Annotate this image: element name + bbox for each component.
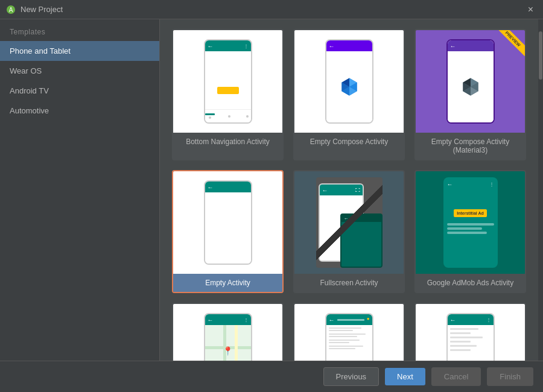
dots-icon: ⋮	[244, 43, 249, 49]
list-body	[326, 325, 372, 361]
settings-header: ← ⋮	[448, 314, 494, 325]
admob-dots-icon: ⋮	[489, 182, 494, 187]
next-button[interactable]: Next	[385, 368, 425, 385]
cancel-button[interactable]: Cancel	[431, 367, 481, 386]
back-arrow-icon: ←	[208, 43, 214, 49]
compose-mockup: ←	[325, 39, 373, 124]
list-row-4	[329, 346, 370, 349]
settings-line-5	[450, 345, 477, 347]
template-card-empty-activity[interactable]: ← Empty Activity	[172, 170, 284, 293]
settings-line-6	[450, 349, 471, 351]
content-area: Templates Phone and Tablet Wear OS Andro…	[0, 19, 543, 361]
fullscreen-mockup: ← ⛶ ←	[316, 177, 383, 268]
new-project-window: A New Project × Templates Phone and Tabl…	[0, 0, 543, 392]
compose-body	[326, 51, 372, 122]
compose-m3-header: ←	[448, 40, 494, 51]
compose-logo	[338, 76, 360, 98]
finish-button[interactable]: Finish	[487, 367, 533, 386]
footer: Previous Next Cancel Finish	[0, 361, 543, 392]
template-card-fullscreen[interactable]: ← ⛶ ←	[293, 170, 405, 293]
admob-header-row: ← ⋮	[447, 181, 494, 188]
settings-body	[448, 325, 494, 361]
settings-back-icon: ←	[450, 317, 456, 323]
nav-item-2	[226, 113, 233, 119]
template-card-empty-compose-m3[interactable]: PREVIEW ←	[414, 29, 526, 160]
template-preview-fullscreen: ← ⛶ ←	[294, 171, 404, 274]
list-line-1a	[329, 327, 361, 329]
preview-badge: PREVIEW	[494, 30, 525, 62]
template-card-maps[interactable]: ← ⋮ 📍	[172, 303, 284, 361]
settings-mockup: ← ⋮	[446, 313, 495, 361]
settings-line-3	[450, 337, 483, 338]
admob-line-2	[447, 227, 483, 230]
sidebar-section-label: Templates	[0, 24, 159, 41]
list-row-2	[329, 334, 370, 337]
list-lines-3	[329, 340, 370, 343]
list-header: ← ●	[326, 314, 372, 325]
settings-line-4	[450, 341, 471, 343]
scrollbar-track[interactable]	[538, 19, 543, 361]
template-preview-empty-compose-m3: PREVIEW ←	[416, 30, 525, 133]
nav-dot	[209, 116, 211, 119]
template-preview-bottom-nav: ← ⋮	[173, 30, 282, 133]
list-line-4b	[329, 348, 355, 349]
sidebar-item-android-tv[interactable]: Android TV	[0, 81, 159, 101]
list-line-2a	[329, 334, 366, 335]
sidebar-item-phone-tablet[interactable]: Phone and Tablet	[0, 41, 159, 61]
list-line-2b	[329, 336, 358, 337]
list-lines-1	[329, 327, 370, 331]
template-label-admob: Google AdMob Ads Activity	[416, 274, 525, 292]
admob-line-3	[447, 232, 487, 234]
nav-item-1	[205, 113, 215, 119]
map-dots-icon: ⋮	[244, 317, 249, 323]
map-pin-icon: 📍	[223, 346, 233, 356]
scrollbar-thumb[interactable]	[539, 31, 542, 80]
nav-dot-2	[228, 115, 230, 118]
compose-mockup-m3: ←	[446, 39, 495, 124]
template-preview-empty-compose: ←	[294, 30, 404, 133]
admob-back-icon: ←	[447, 181, 453, 188]
list-fab-indicator: ●	[367, 316, 370, 321]
title-bar: A New Project ×	[0, 0, 543, 19]
previous-button[interactable]: Previous	[323, 367, 379, 386]
settings-line-1	[450, 328, 479, 330]
admob-line-1	[447, 223, 494, 226]
bottom-nav-bar	[205, 109, 251, 122]
list-mockup: ← ●	[325, 313, 373, 361]
compose-m3-body	[448, 51, 494, 122]
template-label-fullscreen: Fullscreen Activity	[294, 274, 404, 292]
svg-text:A: A	[9, 7, 13, 13]
template-card-admob[interactable]: ← ⋮ Interstitial Ad	[414, 170, 526, 293]
android-icon: A	[6, 5, 16, 14]
template-preview-scrolling: ← ●	[294, 304, 404, 361]
nav-indicator	[205, 113, 215, 115]
close-button[interactable]: ×	[524, 3, 537, 16]
preview-badge-text: PREVIEW	[495, 30, 525, 56]
compose-m3-back-icon: ←	[450, 43, 456, 49]
templates-grid-container[interactable]: ← ⋮	[160, 19, 538, 361]
settings-dots-icon: ⋮	[486, 317, 491, 323]
sidebar-item-wear-os[interactable]: Wear OS	[0, 61, 159, 81]
template-card-scrolling[interactable]: ← ●	[293, 303, 405, 361]
nav-item-3	[244, 113, 251, 119]
list-lines-2	[329, 334, 370, 337]
template-preview-admob: ← ⋮ Interstitial Ad	[416, 171, 525, 274]
template-card-bottom-nav[interactable]: ← ⋮	[172, 29, 284, 160]
admob-mockup: ← ⋮ Interstitial Ad	[443, 177, 498, 268]
list-line-4a	[329, 346, 364, 347]
list-lines-4	[329, 346, 370, 349]
template-card-empty-compose[interactable]: ←	[293, 29, 405, 160]
sidebar-item-automotive[interactable]: Automotive	[0, 101, 159, 121]
empty-phone-body	[205, 192, 251, 264]
settings-line-2	[450, 332, 471, 334]
main-content: ← ⋮	[160, 19, 538, 361]
compose-m3-logo	[460, 76, 481, 98]
list-row-1	[329, 327, 370, 331]
map-body: 📍	[205, 325, 251, 361]
template-card-settings[interactable]: ← ⋮	[414, 303, 526, 361]
map-back-icon: ←	[208, 317, 214, 323]
nav-dot-3	[246, 115, 249, 118]
template-label-empty-compose: Empty Compose Activity	[294, 133, 404, 151]
sidebar: Templates Phone and Tablet Wear OS Andro…	[0, 19, 160, 361]
list-line-1b	[329, 330, 354, 331]
